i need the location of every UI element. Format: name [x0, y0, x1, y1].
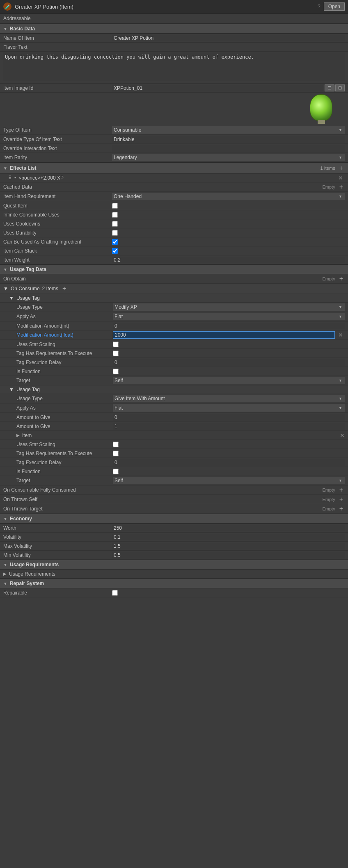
name-of-item-input[interactable] — [112, 35, 345, 41]
usage-requirements-sub-row[interactable]: ▶ Usage Requirements — [0, 570, 348, 579]
on-consume-add-btn[interactable]: + — [61, 285, 68, 292]
mod-amount-float-label: Modification Amount(float) — [16, 332, 113, 338]
item-sub-header[interactable]: ▶ Item — [16, 433, 32, 438]
usage-type-2-select[interactable]: Give Item With Amount — [113, 395, 345, 402]
amount-to-give-2-input[interactable] — [113, 423, 345, 430]
item-weight-input[interactable] — [112, 257, 345, 263]
worth-input[interactable] — [112, 525, 345, 531]
volatility-label: Volatility — [3, 534, 112, 540]
uses-stat-scaling-1-checkbox[interactable] — [113, 342, 119, 347]
open-button[interactable]: Open — [324, 2, 345, 11]
name-of-item-label: Name Of Item — [3, 35, 112, 41]
is-function-1-checkbox[interactable] — [113, 369, 119, 374]
item-label: Item — [22, 433, 32, 438]
worth-row: Worth — [0, 524, 348, 533]
min-volatility-input[interactable] — [112, 552, 345, 558]
mod-amount-int-input[interactable] — [113, 323, 345, 329]
max-volatility-input[interactable] — [112, 543, 345, 549]
effects-add-btn[interactable]: + — [338, 164, 345, 172]
on-thrown-target-add-btn[interactable]: + — [338, 505, 345, 513]
on-obtain-value: Empty — [322, 276, 335, 281]
cached-data-add-btn[interactable]: + — [338, 183, 345, 191]
uses-durability-row: Uses Durability — [0, 228, 348, 237]
override-type-label: Override Type Of Item Text — [3, 137, 112, 142]
apply-as-2-select[interactable]: Flat — [113, 404, 345, 412]
quest-item-label: Quest Item — [3, 203, 112, 209]
usage-tag-2-header[interactable]: ▼ Usage Tag — [0, 385, 348, 394]
type-of-item-label: Type Of Item — [3, 127, 112, 133]
basic-data-section[interactable]: ▼ Basic Data — [0, 24, 348, 34]
usage-tag-1-collapse-icon: ▼ — [9, 295, 14, 301]
override-interaction-input[interactable] — [112, 145, 345, 152]
on-consume-section[interactable]: ▼ On Consume 2 Items + — [0, 284, 348, 294]
effects-remove-btn-0[interactable]: ✕ — [337, 175, 345, 181]
on-consume-label: On Consume — [11, 286, 40, 292]
help-icon[interactable]: ? — [318, 4, 321, 9]
usage-tag-2-label: Usage Tag — [16, 387, 40, 392]
item-hand-req-label: Item Hand Requirement — [3, 194, 112, 199]
item-can-stack-checkbox[interactable] — [112, 248, 118, 254]
mod-amount-int-row: Modification Amount(int) — [0, 321, 348, 330]
amount-to-give-2-row: Amount to Give — [0, 422, 348, 431]
on-consume-collapse-icon: ▼ — [3, 286, 8, 292]
usage-req-collapse-icon: ▼ — [3, 563, 7, 567]
image-select-btn[interactable]: ⊞ — [335, 84, 345, 91]
flavor-text-input[interactable]: Upon drinking this disgusting concoction… — [3, 52, 345, 81]
override-type-input[interactable] — [112, 136, 345, 143]
tag-has-req-2-checkbox[interactable] — [113, 451, 119, 456]
mod-amount-float-input[interactable] — [113, 331, 335, 339]
volatility-row: Volatility — [0, 533, 348, 542]
on-consumable-fully-consumed-value: Empty — [322, 488, 335, 492]
uses-stat-scaling-2-label: Uses Stat Scaling — [16, 442, 113, 447]
item-rarity-select[interactable]: Legendary — [112, 154, 345, 161]
image-list-btn[interactable]: ☰ — [325, 84, 334, 91]
usage-tag-data-section[interactable]: ▼ Usage Tag Data — [0, 264, 348, 274]
override-interaction-label: Override Interaction Text — [3, 146, 112, 151]
on-consumable-fully-consumed-add-btn[interactable]: + — [338, 486, 345, 494]
quest-item-checkbox[interactable] — [112, 203, 118, 209]
usage-tag-1-header[interactable]: ▼ Usage Tag — [0, 294, 348, 303]
max-volatility-label: Max Volatility — [3, 543, 112, 549]
addressable-bar: Addressable — [0, 14, 348, 24]
tag-exec-delay-1-input[interactable] — [113, 359, 345, 366]
crafting-ingredient-checkbox[interactable] — [112, 239, 118, 245]
is-function-2-checkbox[interactable] — [113, 469, 119, 474]
usage-type-1-select[interactable]: Modify XP — [113, 303, 345, 311]
on-thrown-self-add-btn[interactable]: + — [338, 496, 345, 503]
uses-cooldowns-checkbox[interactable] — [112, 221, 118, 227]
basic-data-label: Basic Data — [10, 26, 35, 32]
addressable-label: Addressable — [3, 16, 31, 21]
effects-list-section[interactable]: ▼ Effects List 1 Items + — [0, 162, 348, 174]
on-thrown-self-label: On Thrown Self — [3, 497, 37, 502]
window-title: Greater XP Potion (Item) — [15, 4, 73, 10]
on-obtain-add-btn[interactable]: + — [338, 275, 345, 282]
target-1-select[interactable]: Self — [113, 377, 345, 384]
mod-amount-float-remove-btn[interactable]: ✕ — [337, 332, 345, 338]
target-2-label: Target — [16, 478, 113, 483]
uses-durability-checkbox[interactable] — [112, 230, 118, 236]
tag-has-req-2-row: Tag Has Requirements To Execute — [0, 449, 348, 458]
repairable-checkbox[interactable] — [112, 590, 118, 596]
usage-type-1-row: Usage Type Modify XP — [0, 303, 348, 312]
cached-data-row: Cached Data Empty + — [0, 182, 348, 192]
repair-system-section[interactable]: ▼ Repair System — [0, 579, 348, 588]
item-remove-btn[interactable]: ✕ — [340, 432, 345, 439]
type-of-item-select[interactable]: Consumable — [112, 126, 345, 134]
tag-exec-delay-2-input[interactable] — [113, 459, 345, 466]
item-can-stack-row: Item Can Stack — [0, 246, 348, 255]
uses-stat-scaling-2-row: Uses Stat Scaling — [0, 440, 348, 449]
image-id-value: XPPotion_01 — [112, 85, 323, 91]
infinite-consumable-checkbox[interactable] — [112, 212, 118, 218]
usage-requirements-section[interactable]: ▼ Usage Requirements — [0, 560, 348, 570]
volatility-input[interactable] — [112, 534, 345, 540]
economy-section[interactable]: ▼ Economy — [0, 514, 348, 524]
apply-as-1-select[interactable]: Flat — [113, 313, 345, 320]
item-hand-req-select[interactable]: One Handed — [112, 193, 345, 200]
uses-stat-scaling-2-checkbox[interactable] — [113, 442, 119, 447]
infinite-consumable-label: Infinite Consumable Uses — [3, 212, 112, 218]
target-2-select[interactable]: Self — [113, 477, 345, 484]
on-consume-count: 2 Items — [42, 286, 58, 292]
image-id-row: Item Image Id XPPotion_01 ☰ ⊞ — [0, 84, 348, 93]
amount-to-give-1-input[interactable] — [113, 414, 345, 421]
tag-has-req-1-checkbox[interactable] — [113, 351, 119, 356]
